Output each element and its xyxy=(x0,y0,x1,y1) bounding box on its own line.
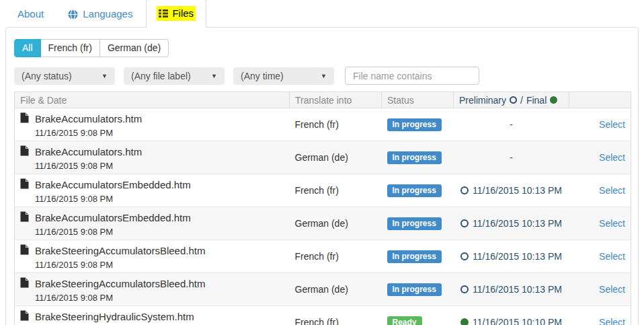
file-date: 11/16/2015 9:08 PM xyxy=(35,161,284,171)
preliminary-label: Preliminary xyxy=(459,95,506,106)
pf-datetime: - xyxy=(510,119,513,130)
tab-files[interactable]: Files xyxy=(146,0,206,28)
translate-into-value: French (fr) xyxy=(290,306,382,325)
table-header-row: File & Date Translate into Status Prelim… xyxy=(15,92,631,108)
files-panel: All French (fr) German (de) (Any status)… xyxy=(5,27,639,325)
status-filter-value: (Any status) xyxy=(22,71,72,81)
file-icon xyxy=(20,112,29,125)
filter-all-button[interactable]: All xyxy=(14,39,41,57)
file-name: BrakeAccumulatorsEmbedded.htm xyxy=(35,179,191,190)
translate-into-value: French (fr) xyxy=(290,108,382,141)
status-badge: Ready xyxy=(387,316,422,325)
column-header-action xyxy=(569,92,631,108)
column-header-translate-into: Translate into xyxy=(290,92,382,108)
file-icon xyxy=(20,145,29,158)
select-link[interactable]: Select xyxy=(599,317,625,325)
column-header-preliminary-final: Preliminary / Final xyxy=(454,92,569,108)
column-header-status: Status xyxy=(382,92,454,108)
file-icon xyxy=(20,310,29,323)
select-link[interactable]: Select xyxy=(599,185,625,196)
table-row: BrakeSteeringHydraulicSystem.htm 11/16/2… xyxy=(15,306,631,325)
select-link[interactable]: Select xyxy=(599,119,625,130)
tab-about-label: About xyxy=(17,7,44,21)
preliminary-final-cell: 11/16/2015 10:10 PM xyxy=(454,306,569,325)
language-filter-group: All French (fr) German (de) xyxy=(14,39,169,57)
select-link[interactable]: Select xyxy=(599,284,625,295)
preliminary-final-cell: - xyxy=(454,141,569,174)
file-name-search-input[interactable] xyxy=(345,67,479,85)
status-badge: In progress xyxy=(387,217,442,230)
translate-into-value: German (de) xyxy=(290,207,382,240)
file-label-filter-dropdown[interactable]: (Any file label) ▼ xyxy=(124,67,225,85)
filter-french-button[interactable]: French (fr) xyxy=(40,39,100,57)
file-date: 11/16/2015 9:08 PM xyxy=(35,194,284,204)
preliminary-final-cell: 11/16/2015 10:13 PM xyxy=(454,174,569,207)
caret-down-icon: ▼ xyxy=(211,73,217,79)
status-badge: In progress xyxy=(387,283,442,296)
file-icon xyxy=(20,277,29,290)
status-badge: In progress xyxy=(387,184,442,197)
pf-dot-icon xyxy=(460,252,469,260)
file-date: 11/16/2015 9:08 PM xyxy=(35,227,284,237)
caret-down-icon: ▼ xyxy=(321,73,327,79)
file-icon xyxy=(20,211,29,224)
file-date: 11/16/2015 9:08 PM xyxy=(35,260,284,270)
select-link[interactable]: Select xyxy=(599,251,625,262)
th-list-icon xyxy=(159,9,168,18)
status-badge: In progress xyxy=(387,118,442,131)
time-filter-value: (Any time) xyxy=(241,71,284,81)
file-label-filter-value: (Any file label) xyxy=(131,71,191,81)
pf-datetime: 11/16/2015 10:13 PM xyxy=(473,251,562,262)
tab-files-label: Files xyxy=(172,7,194,20)
pf-dot-icon xyxy=(460,285,469,293)
tab-bar: About Languages xyxy=(0,0,644,27)
translate-into-value: German (de) xyxy=(290,273,382,306)
preliminary-final-cell: 11/16/2015 10:13 PM xyxy=(454,207,569,240)
table-row: BrakeAccumulatorsEmbedded.htm 11/16/2015… xyxy=(15,207,631,240)
tab-about[interactable]: About xyxy=(7,1,54,28)
status-filter-dropdown[interactable]: (Any status) ▼ xyxy=(14,67,115,85)
preliminary-final-cell: - xyxy=(454,108,569,141)
files-tab-highlight: Files xyxy=(157,6,196,21)
file-name: BrakeAccumulatorsEmbedded.htm xyxy=(35,212,191,223)
pf-separator: / xyxy=(520,95,523,106)
filter-row: (Any status) ▼ (Any file label) ▼ (Any t… xyxy=(14,67,630,85)
files-table: File & Date Translate into Status Prelim… xyxy=(14,92,631,325)
globe-icon xyxy=(68,9,78,20)
column-header-file-date: File & Date xyxy=(15,92,290,108)
file-date: 11/16/2015 9:08 PM xyxy=(35,128,284,138)
file-name: BrakeAccumulators.htm xyxy=(35,113,142,124)
select-link[interactable]: Select xyxy=(599,152,625,163)
caret-down-icon: ▼ xyxy=(102,73,108,79)
table-row: BrakeSteeringAccumulatorsBleed.htm 11/16… xyxy=(15,240,631,273)
table-row: BrakeAccumulatorsEmbedded.htm 11/16/2015… xyxy=(15,174,631,207)
file-name: BrakeSteeringAccumulatorsBleed.htm xyxy=(35,278,205,289)
translate-into-value: German (de) xyxy=(290,141,382,174)
filter-german-button[interactable]: German (de) xyxy=(99,39,169,57)
tab-languages[interactable]: Languages xyxy=(57,1,143,28)
time-filter-dropdown[interactable]: (Any time) ▼ xyxy=(233,67,334,85)
pf-datetime: 11/16/2015 10:13 PM xyxy=(473,284,562,295)
file-name: BrakeSteeringAccumulatorsBleed.htm xyxy=(35,245,205,256)
pf-datetime: 11/16/2015 10:10 PM xyxy=(473,317,562,325)
preliminary-final-cell: 11/16/2015 10:13 PM xyxy=(454,240,569,273)
select-link[interactable]: Select xyxy=(599,218,625,229)
pf-dot-icon xyxy=(460,186,469,194)
preliminary-final-cell: 11/16/2015 10:13 PM xyxy=(454,273,569,306)
table-row: BrakeAccumulators.htm 11/16/2015 9:08 PM… xyxy=(15,141,631,174)
pf-datetime: 11/16/2015 10:13 PM xyxy=(473,185,562,196)
final-label: Final xyxy=(526,95,547,106)
pf-datetime: - xyxy=(510,152,513,163)
final-circle-icon xyxy=(550,96,557,104)
file-icon xyxy=(20,178,29,191)
preliminary-circle-icon xyxy=(510,96,517,104)
table-row: BrakeSteeringAccumulatorsBleed.htm 11/16… xyxy=(15,273,631,306)
status-badge: In progress xyxy=(387,250,442,263)
file-name: BrakeSteeringHydraulicSystem.htm xyxy=(35,311,194,322)
pf-datetime: 11/16/2015 10:13 PM xyxy=(473,218,562,229)
pf-dot-icon xyxy=(460,219,469,227)
tab-languages-label: Languages xyxy=(83,7,132,21)
pf-dot-icon xyxy=(460,318,469,325)
table-body: BrakeAccumulators.htm 11/16/2015 9:08 PM… xyxy=(15,108,631,325)
file-icon xyxy=(20,244,29,257)
